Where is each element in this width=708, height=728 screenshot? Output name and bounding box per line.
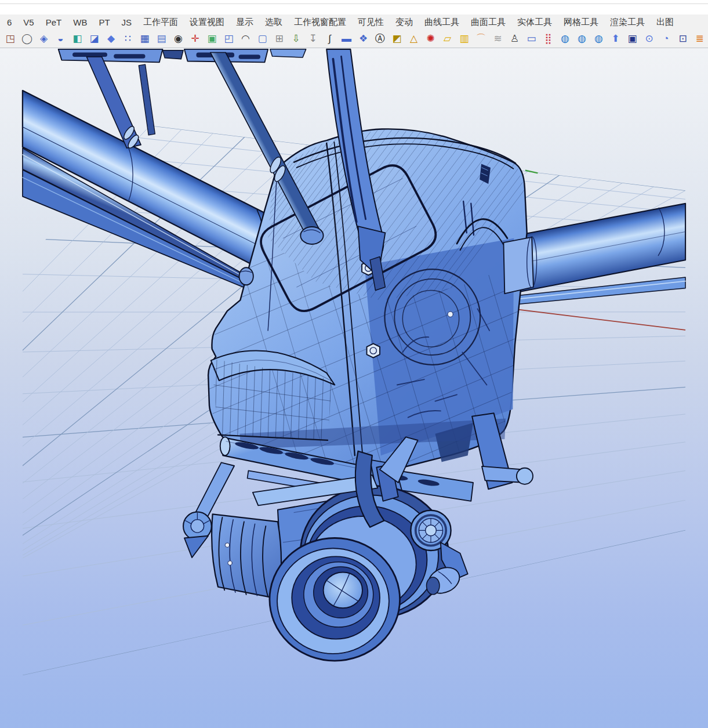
extract-shapes-icon[interactable]: △ bbox=[405, 31, 422, 46]
hex-bolt bbox=[367, 343, 380, 357]
menu-item-viewport-layout[interactable]: 工作视窗配置 bbox=[288, 15, 352, 30]
sweep-2rail-icon[interactable]: ◧ bbox=[69, 31, 86, 46]
rhino-cad-window: 6V5PeTWBPTJS工作平面设置视图显示选取工作视窗配置可见性变动曲线工具曲… bbox=[0, 0, 708, 728]
layer-stack-icon[interactable]: ≣ bbox=[691, 31, 708, 46]
scale-2d-icon[interactable]: ◆ bbox=[103, 31, 119, 46]
lens-glass bbox=[324, 572, 362, 608]
project-down-icon[interactable]: ⇩ bbox=[288, 31, 304, 46]
viewport-canvas[interactable] bbox=[0, 48, 708, 728]
spiral-icon[interactable]: ✺ bbox=[422, 31, 439, 46]
sphere-point-icon[interactable]: ◯ bbox=[19, 31, 35, 46]
hinge-knob bbox=[239, 267, 253, 285]
surface-brush-icon[interactable]: ❖ bbox=[355, 31, 372, 46]
render-frame-icon[interactable]: ◍ bbox=[573, 31, 590, 46]
project-cplane-icon[interactable]: ▤ bbox=[153, 31, 170, 46]
bounding-box-icon[interactable]: ▭ bbox=[523, 31, 540, 46]
menu-item-solid-tools[interactable]: 实体工具 bbox=[511, 15, 558, 30]
material-panel-icon[interactable]: ⊡ bbox=[674, 31, 691, 46]
smash-flatten-icon[interactable]: ▱ bbox=[439, 31, 456, 46]
unpack-box-icon[interactable]: ⬆ bbox=[607, 31, 624, 46]
gimbal-left-motor bbox=[183, 512, 212, 558]
menu-item-surface-tools[interactable]: 曲面工具 bbox=[465, 15, 511, 30]
array-polar-icon[interactable]: ∷ bbox=[119, 31, 136, 46]
menu-item-mesh-tools[interactable]: 网格工具 bbox=[558, 15, 604, 30]
menu-item-visibility[interactable]: 可见性 bbox=[352, 15, 390, 30]
main-toolbar: ◳◯◈◒◧◪◆∷▦▤◉✛▣◰◠▢⊞⇩↧∫▬❖Ⓐ◩△✺▱▥⌒≋♙▭⣿◍◍◍⬆▣⊙◔… bbox=[0, 30, 708, 48]
move-uvn-icon[interactable]: ✛ bbox=[187, 31, 204, 46]
display-mode-icon[interactable]: ▣ bbox=[204, 31, 220, 46]
pipe-icon[interactable]: ▬ bbox=[338, 31, 355, 46]
curve-blend-icon[interactable]: ∫ bbox=[321, 31, 338, 46]
menu-item-select[interactable]: 选取 bbox=[259, 15, 288, 30]
menu-item-pt[interactable]: PT bbox=[93, 16, 115, 29]
scale-3d-icon[interactable]: ◈ bbox=[35, 31, 52, 46]
menu-item-drafting[interactable]: 出图 bbox=[651, 15, 680, 30]
surface-edit-icon[interactable]: ◪ bbox=[86, 31, 103, 46]
menu-item-cplane[interactable]: 工作平面 bbox=[137, 15, 184, 30]
invert-swap-icon[interactable]: ◩ bbox=[389, 31, 405, 46]
render-update-icon[interactable]: ◍ bbox=[590, 31, 607, 46]
window-titlebar bbox=[0, 0, 708, 15]
viewport-perspective[interactable] bbox=[0, 48, 708, 728]
orient-person-icon[interactable]: ♙ bbox=[506, 31, 523, 46]
box-frame-icon[interactable]: ⊙ bbox=[641, 31, 658, 46]
box-dial-icon[interactable]: ◔ bbox=[658, 31, 674, 46]
text-object-icon[interactable]: Ⓐ bbox=[372, 31, 389, 46]
drone-model[interactable] bbox=[23, 49, 685, 661]
menu-item-render-tools[interactable]: 渲染工具 bbox=[604, 15, 651, 30]
mesh-from-surface-icon[interactable]: ▢ bbox=[254, 31, 271, 46]
drape-icon[interactable]: ◰ bbox=[220, 31, 237, 46]
array-rect-icon[interactable]: ▦ bbox=[136, 31, 153, 46]
unroll-surface-icon[interactable]: ▥ bbox=[456, 31, 473, 46]
menu-item-transform[interactable]: 变动 bbox=[390, 15, 419, 30]
pull-curve-icon[interactable]: ↧ bbox=[304, 31, 321, 46]
box-edit-icon[interactable]: ▣ bbox=[624, 31, 641, 46]
soft-move-icon[interactable]: ≋ bbox=[489, 31, 506, 46]
menu-bar: 6V5PeTWBPTJS工作平面设置视图显示选取工作视窗配置可见性变动曲线工具曲… bbox=[0, 15, 708, 30]
arm-socket bbox=[503, 237, 536, 294]
named-view-icon[interactable]: ◉ bbox=[170, 31, 187, 46]
menu-item-set-view[interactable]: 设置视图 bbox=[184, 15, 230, 30]
handle-curve-icon[interactable]: ⌒ bbox=[473, 31, 489, 46]
point-cloud-icon[interactable]: ⣿ bbox=[540, 31, 557, 46]
torus-icon[interactable]: ◒ bbox=[52, 31, 69, 46]
menu-item-pet[interactable]: PeT bbox=[40, 16, 68, 29]
render-pause-icon[interactable]: ◍ bbox=[557, 31, 573, 46]
mesh-points-icon[interactable]: ⊞ bbox=[271, 31, 288, 46]
menu-item-curve-tools[interactable]: 曲线工具 bbox=[419, 15, 465, 30]
menu-item-display[interactable]: 显示 bbox=[230, 15, 259, 30]
menu-item-js[interactable]: JS bbox=[116, 16, 138, 29]
menu-item-6[interactable]: 6 bbox=[1, 16, 17, 29]
move-face-icon[interactable]: ◳ bbox=[2, 31, 19, 46]
menu-item-v5[interactable]: V5 bbox=[17, 16, 39, 29]
menu-item-wb[interactable]: WB bbox=[67, 16, 93, 29]
curve-through-points-icon[interactable]: ◠ bbox=[237, 31, 254, 46]
